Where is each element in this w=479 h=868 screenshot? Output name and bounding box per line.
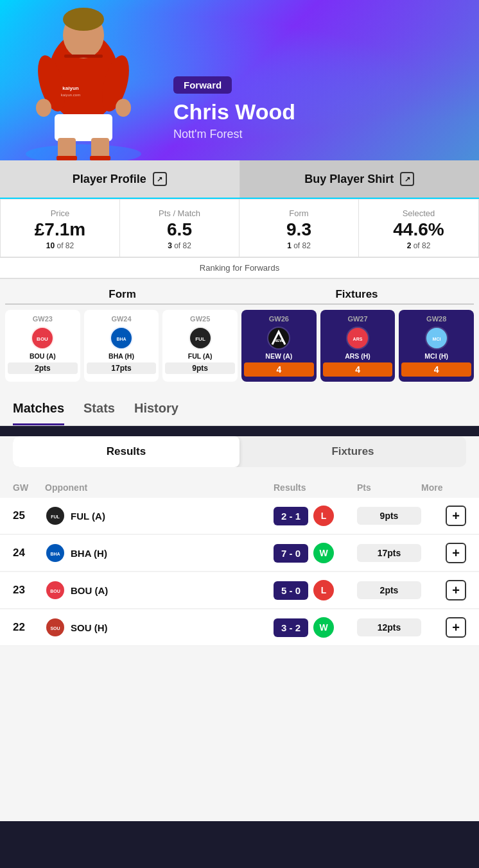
tab-stats[interactable]: Stats	[83, 401, 115, 425]
pts-cell: 12pts	[357, 618, 421, 636]
fixture-card-gw26: GW26 NEW NEW (A) 4	[241, 310, 317, 382]
svg-point-3	[63, 8, 104, 31]
svg-text:FUL: FUL	[51, 515, 60, 519]
fixtures-divider	[240, 303, 474, 305]
opp-logo-bha: BHA	[45, 543, 65, 563]
form-card-gw23: GW23 BOU BOU (A) 2pts	[5, 310, 80, 382]
gw-number: 22	[13, 621, 45, 634]
stats-section: Price £7.1m 10 of 82 Pts / Match 6.5 3 o…	[0, 198, 479, 279]
result-cell: 5 - 0 L	[274, 580, 357, 600]
buy-shirt-label: Buy Player Shirt	[304, 173, 394, 186]
results-fixtures-toggle: Results Fixtures	[13, 436, 466, 467]
svg-text:SOU: SOU	[50, 626, 60, 631]
tab-history[interactable]: History	[134, 401, 179, 425]
score: 5 - 0	[274, 581, 308, 600]
score: 3 - 2	[274, 618, 308, 637]
opponent-cell: BHA BHA (H)	[45, 543, 274, 563]
fixture-card-gw28: GW28 MCI MCI (H) 4	[399, 310, 474, 382]
pts-stat: Pts / Match 6.5 3 of 82	[120, 200, 240, 257]
svg-text:FUL: FUL	[195, 336, 205, 342]
more-button[interactable]: +	[446, 543, 466, 563]
col-more: More	[421, 482, 466, 493]
form-fixtures-section: Form Fixtures GW23 BOU BOU (A) 2pts GW24…	[0, 279, 479, 391]
svg-text:kaiyun: kaiyun	[62, 85, 78, 91]
fixture-card-gw27: GW27 ARS ARS (H) 4	[320, 310, 396, 382]
buy-shirt-button[interactable]: Buy Player Shirt ↗	[240, 160, 480, 198]
selected-rank: 2 of 82	[364, 241, 473, 250]
opp-logo-bou: BOU	[45, 580, 65, 600]
svg-text:BOU: BOU	[37, 336, 48, 342]
svg-rect-12	[57, 156, 77, 160]
result-cell: 3 - 2 W	[274, 617, 357, 638]
content-area: Results Fixtures GW Opponent Results Pts…	[0, 436, 479, 821]
bou-logo: BOU	[31, 327, 54, 350]
ranking-note: Ranking for Forwards	[0, 257, 479, 278]
pts-value: 6.5	[125, 221, 234, 239]
opponent-cell: BOU BOU (A)	[45, 580, 274, 600]
result-badge: L	[313, 580, 334, 600]
table-row: 25 FUL FUL (A) 2 - 1 L 9pts +	[0, 498, 479, 534]
form-title: Form	[109, 288, 136, 300]
form-card-gw24: GW24 BHA BHA (H) 17pts	[84, 310, 159, 382]
selected-stat: Selected 44.6% 2 of 82	[359, 200, 478, 257]
pts-rank: 3 of 82	[125, 241, 234, 250]
table-row: 22 SOU SOU (H) 3 - 2 W 12pts +	[0, 609, 479, 646]
player-header: kaiyun kaiyun.com Forward Chris Wood Not…	[0, 0, 479, 160]
player-name: Chris Wood	[173, 100, 466, 124]
price-stat: Price £7.1m 10 of 82	[1, 200, 120, 257]
col-gw: GW	[13, 482, 45, 493]
price-value: £7.1m	[6, 221, 114, 239]
table-header: GW Opponent Results Pts More	[0, 477, 479, 498]
stats-grid: Price £7.1m 10 of 82 Pts / Match 6.5 3 o…	[0, 199, 479, 257]
ful-logo: FUL	[189, 327, 212, 350]
svg-text:kaiyun.com: kaiyun.com	[61, 93, 80, 97]
score: 2 - 1	[274, 507, 308, 525]
form-section-header: Form	[5, 288, 240, 305]
gw-number: 23	[13, 584, 45, 597]
more-button[interactable]: +	[446, 617, 466, 638]
pts-label: Pts / Match	[125, 208, 234, 218]
svg-text:BOU: BOU	[50, 589, 60, 593]
table-row: 23 BOU BOU (A) 5 - 0 L 2pts +	[0, 572, 479, 609]
bha-logo: BHA	[110, 327, 133, 350]
svg-rect-13	[90, 156, 110, 160]
form-divider	[5, 303, 240, 305]
ars-logo: ARS	[346, 327, 369, 350]
profile-external-icon: ↗	[153, 172, 167, 186]
fixture-cards-row: GW23 BOU BOU (A) 2pts GW24 BHA BHA (H) 1…	[0, 310, 479, 391]
selected-label: Selected	[364, 208, 473, 218]
form-value: 9.3	[245, 221, 353, 239]
gw-number: 24	[13, 547, 45, 559]
form-card-gw25: GW25 FUL FUL (A) 9pts	[162, 310, 238, 382]
pts-cell: 17pts	[357, 544, 421, 562]
form-rank: 1 of 82	[245, 241, 353, 250]
svg-text:MCI: MCI	[432, 337, 440, 341]
more-button[interactable]: +	[446, 506, 466, 526]
result-cell: 2 - 1 L	[274, 506, 357, 526]
fixtures-toggle-button[interactable]: Fixtures	[240, 436, 466, 467]
section-labels-row: Form Fixtures	[0, 288, 479, 310]
player-image-area: kaiyun kaiyun.com	[0, 0, 167, 160]
pts-cell: 2pts	[357, 581, 421, 599]
more-button[interactable]: +	[446, 580, 466, 600]
col-pts: Pts	[357, 482, 421, 493]
opponent-cell: FUL FUL (A)	[45, 506, 274, 526]
svg-text:ARS: ARS	[353, 337, 363, 341]
fixtures-section-header: Fixtures	[240, 288, 474, 305]
svg-text:BHA: BHA	[116, 337, 126, 341]
tab-matches[interactable]: Matches	[13, 401, 64, 425]
results-toggle-button[interactable]: Results	[13, 436, 240, 467]
fixtures-title: Fixtures	[335, 288, 378, 300]
svg-text:BHA: BHA	[50, 552, 60, 556]
mci-logo: MCI	[425, 327, 448, 350]
player-team: Nott'm Forest	[173, 128, 466, 141]
svg-rect-4	[64, 55, 103, 58]
opp-logo-sou: SOU	[45, 617, 65, 638]
player-profile-button[interactable]: Player Profile ↗	[0, 160, 240, 198]
price-rank: 10 of 82	[6, 241, 114, 250]
gw-number: 25	[13, 509, 45, 522]
player-image: kaiyun kaiyun.com	[0, 0, 167, 160]
result-badge: W	[313, 617, 334, 638]
pts-cell: 9pts	[357, 507, 421, 525]
col-results: Results	[274, 482, 357, 493]
